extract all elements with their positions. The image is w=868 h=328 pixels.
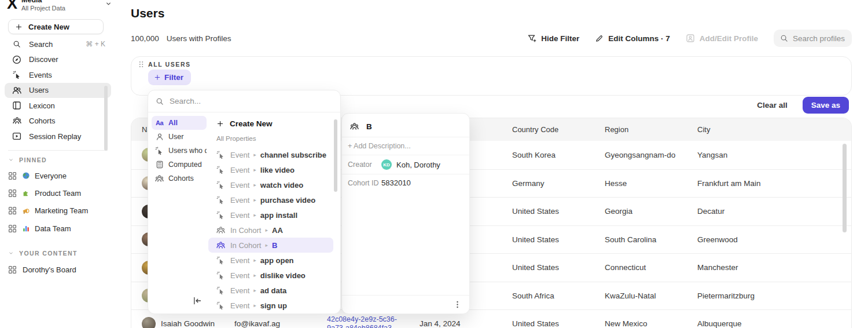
- property-item-watch-video[interactable]: Event▸watch video: [208, 177, 333, 192]
- cohort-detail-popover: B + Add Description... Creator KD Koh, D…: [341, 113, 470, 314]
- cohort-id-value: 5832010: [381, 178, 411, 187]
- collapse-panel-icon[interactable]: [192, 296, 203, 306]
- pinned-section-header[interactable]: PINNED: [8, 156, 47, 163]
- sidebar-item-users[interactable]: Users: [5, 83, 111, 99]
- pinned-board-data-team[interactable]: Data Team: [5, 220, 111, 237]
- arrow-separator-icon: ▸: [265, 227, 268, 233]
- property-item-dislike-video[interactable]: Event▸dislike video: [208, 268, 333, 283]
- property-tab-users-who-di-[interactable]: Users who di...: [152, 144, 207, 158]
- sidebar-item-search[interactable]: Search⌘ + K: [5, 37, 111, 52]
- property-name: like video: [260, 166, 295, 174]
- arrow-separator-icon: ▸: [253, 303, 256, 308]
- country-cell: South Korea: [502, 151, 594, 159]
- property-item-aa[interactable]: In Cohort▸AA: [208, 223, 333, 238]
- event-icon: [155, 147, 164, 155]
- search-icon: [780, 34, 788, 42]
- property-item-like-video[interactable]: Event▸like video: [208, 162, 333, 177]
- arrow-separator-icon: ▸: [253, 182, 256, 188]
- aa-icon: Aa: [155, 119, 164, 126]
- property-item-channel-subscribe[interactable]: Event▸channel subscribe: [208, 147, 333, 162]
- city-cell: Albuquerque: [687, 319, 851, 328]
- chart-icon: [22, 224, 30, 232]
- sidebar-item-discover[interactable]: Discover: [5, 52, 111, 68]
- column-header-city[interactable]: City: [687, 125, 851, 134]
- column-header-country-code[interactable]: Country Code: [502, 125, 594, 134]
- property-name: dislike video: [260, 271, 306, 280]
- arrow-separator-icon: ▸: [253, 167, 256, 173]
- column-header-region[interactable]: Region: [594, 125, 687, 134]
- arrow-separator-icon: ▸: [253, 197, 256, 203]
- sidebar-scrollbar[interactable]: [104, 86, 108, 151]
- more-options-icon[interactable]: [453, 300, 462, 309]
- globe-icon: [22, 172, 30, 180]
- property-item-ad-data[interactable]: Event▸ad data: [208, 283, 333, 298]
- distinct-id-link[interactable]: 42c08e4y-2e9z-5c36-9a73-a84eb8684fa3: [317, 315, 409, 328]
- search-icon: [156, 97, 164, 105]
- property-item-app-open[interactable]: Event▸app open: [208, 253, 333, 268]
- table-scrollbar[interactable]: [843, 144, 847, 232]
- country-cell: South Africa: [502, 291, 594, 300]
- event-icon: [216, 181, 225, 189]
- sidebar-item-events[interactable]: Events: [5, 67, 111, 83]
- property-picker-dropdown: Search... AaAllUserUsers who di...Comput…: [148, 90, 341, 314]
- drag-handle-icon[interactable]: [137, 60, 145, 68]
- pinned-board-label: Product Team: [35, 189, 81, 198]
- property-tab-user[interactable]: User: [152, 130, 207, 144]
- country-cell: United States: [502, 207, 594, 216]
- your-content-board[interactable]: Dorothy's Board: [5, 261, 111, 278]
- add-filter-button[interactable]: Filter: [148, 70, 191, 85]
- your-content-section-header[interactable]: YOUR CONTENT: [8, 250, 78, 257]
- sidebar-item-label: Users: [29, 86, 49, 94]
- city-cell: Yangsan: [687, 151, 851, 159]
- edit-columns-button[interactable]: Edit Columns · 7: [595, 34, 670, 43]
- avatar: [142, 317, 156, 328]
- create-new-button[interactable]: Create New: [8, 19, 104, 34]
- event-icon: [216, 301, 225, 310]
- event-icon: [216, 286, 225, 295]
- board-icon: [8, 224, 17, 233]
- add-edit-profile-button[interactable]: Add/Edit Profile: [686, 34, 758, 43]
- sidebar-item-session-replay[interactable]: Session Replay: [5, 129, 111, 144]
- arrow-separator-icon: ▸: [253, 257, 256, 263]
- property-prefix: In Cohort: [230, 226, 261, 235]
- property-item-b[interactable]: In Cohort▸B: [208, 238, 333, 253]
- clear-all-button[interactable]: Clear all: [757, 101, 788, 110]
- property-name: purchase video: [260, 196, 315, 205]
- all-properties-label: All Properties: [216, 135, 340, 142]
- property-item-purchase-video[interactable]: Event▸purchase video: [208, 192, 333, 207]
- dropdown-search-input[interactable]: Search...: [148, 90, 340, 112]
- property-item-app-install[interactable]: Event▸app install: [208, 207, 333, 223]
- create-new-cohort-button[interactable]: Create New: [208, 116, 340, 131]
- arrow-separator-icon: ▸: [253, 212, 256, 218]
- pinned-board-everyone[interactable]: Everyone: [5, 167, 111, 184]
- board-icon: [8, 265, 17, 274]
- search-profiles-input[interactable]: Search profiles: [774, 30, 852, 47]
- add-description-button[interactable]: + Add Description...: [342, 137, 469, 155]
- event-icon: [216, 166, 225, 174]
- property-tab-computed[interactable]: Computed: [152, 158, 207, 172]
- sidebar-nav: Search⌘ + KDiscoverEventsUsersLexiconCoh…: [5, 37, 111, 144]
- property-item-sign-up[interactable]: Event▸sign up: [208, 298, 333, 313]
- arrow-separator-icon: ▸: [253, 272, 256, 278]
- event-icon: [216, 211, 225, 220]
- property-prefix: Event: [230, 151, 249, 159]
- hide-filter-button[interactable]: Hide Filter: [528, 34, 579, 43]
- sidebar-item-cohorts[interactable]: Cohorts: [5, 114, 111, 129]
- cohort-id-label: Cohort ID: [348, 179, 381, 187]
- sidebar-item-lexicon[interactable]: Lexicon: [5, 98, 111, 114]
- city-cell: Pietermaritzburg: [687, 291, 851, 300]
- filter-funnel-icon: [528, 34, 536, 43]
- region-cell: Hesse: [594, 179, 687, 188]
- save-as-button[interactable]: Save as: [803, 97, 849, 114]
- workspace-name: Media: [21, 0, 65, 4]
- dropdown-scrollbar[interactable]: [334, 119, 337, 192]
- property-tab-cohorts[interactable]: Cohorts: [152, 172, 207, 185]
- region-cell: Georgia: [594, 207, 687, 216]
- cohorts-icon: [12, 116, 21, 125]
- property-tab-all[interactable]: AaAll: [152, 116, 207, 130]
- pinned-board-marketing-team[interactable]: Marketing Team: [5, 202, 111, 220]
- replay-icon: [12, 132, 21, 141]
- cohort-id-row: Cohort ID 5832010: [342, 174, 469, 191]
- workspace-switcher[interactable]: X Media All Project Data: [6, 0, 112, 12]
- pinned-board-product-team[interactable]: Product Team: [5, 184, 111, 202]
